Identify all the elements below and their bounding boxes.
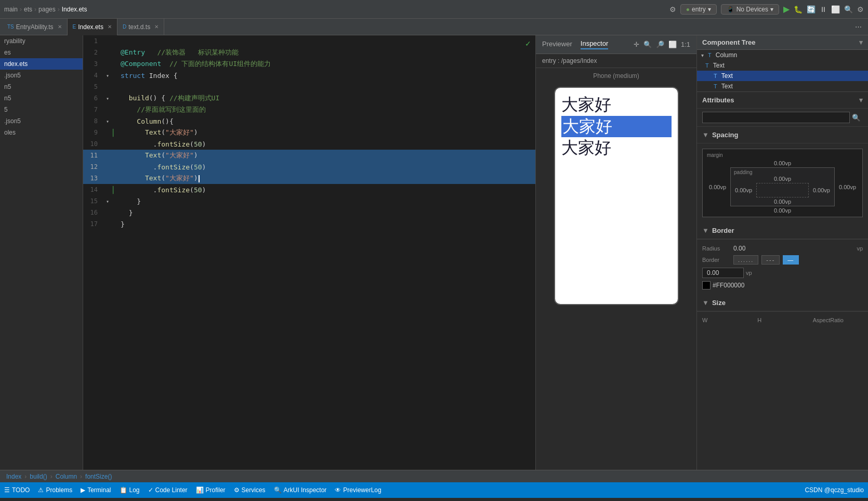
size-section: W H AspectRatio [697,311,868,331]
layout-button[interactable]: ⬜ [831,5,840,14]
search-global-button[interactable]: 🔍 [844,5,853,14]
status-problems[interactable]: ⚠ Problems [38,486,72,494]
debug-button[interactable]: 🐛 [794,5,803,14]
line-17: 17 } [83,218,535,230]
margin-left-value: 0.00vp [705,184,730,190]
sidebar-item-oles[interactable]: oles [0,127,83,138]
status-right-info: CSDN @qczg_studio [805,486,864,494]
tab-icon-ts: TS [7,24,14,30]
sidebar-item-es[interactable]: es [0,47,83,58]
spacing-section-header[interactable]: ▼ Spacing [697,127,868,143]
margin-label: margin [705,151,860,159]
status-codelinter[interactable]: ✓ Code Linter [148,486,188,494]
breadcrumb-file[interactable]: Index.ets [62,6,87,13]
tree-item-text3[interactable]: T Text [697,81,868,91]
border-style-dashed[interactable]: --- [761,255,780,265]
line-10: 10 .fontSize(50) [83,138,535,150]
tab-close-textd[interactable]: ✕ [154,24,159,30]
status-services[interactable]: ⚙ Services [234,486,266,494]
line-16: 16 } [83,207,535,218]
line-4: 4 ▾ struct Index { [83,70,535,81]
arkui-label: ArkUI Inspector [284,486,327,494]
tree-icon-text1: T [705,62,709,69]
tree-label-text2: Text [721,72,733,80]
tab-close-entryability[interactable]: ✕ [58,24,62,30]
status-log[interactable]: 📋 Log [120,486,140,494]
border-section-header[interactable]: ▼ Border [697,222,868,239]
border-color-row: #FF000000 [702,281,863,289]
size-section-header[interactable]: ▼ Size [697,295,868,311]
breadcrumb-main[interactable]: main [4,6,18,13]
border-value-row: vp [702,268,863,278]
breadcrumb-column[interactable]: Column [56,473,77,480]
sidebar-item-n5-2[interactable]: n5 [0,93,83,104]
border-style-dotted[interactable]: ...... [733,255,758,265]
tree-item-text1[interactable]: T Text [697,60,868,71]
tree-item-text2[interactable]: T Text [697,71,868,81]
problems-icon: ⚠ [38,486,44,494]
status-arkui[interactable]: 🔍 ArkUI Inspector [274,486,327,494]
previewer-crosshair[interactable]: ✛ [634,41,639,48]
previewer-zoom-out[interactable]: 🔍 [643,41,652,48]
previewer-zoom-in[interactable]: 🔎 [656,41,664,48]
attributes-header[interactable]: Attributes ▾ [697,92,868,109]
status-previewerlog[interactable]: 👁 PreviewerLog [335,486,381,494]
attribute-search-button[interactable]: 🔍 [850,114,863,122]
line-11: 11 Text("大家好") [83,150,535,161]
status-terminal[interactable]: ▶ Terminal [81,486,111,494]
run-button[interactable]: ▶ [783,4,790,14]
status-profiler[interactable]: 📊 Profiler [196,486,226,494]
border-color-swatch[interactable] [702,281,711,289]
breadcrumb-index[interactable]: Index [6,473,21,480]
services-icon: ⚙ [234,486,240,494]
tab-indexets[interactable]: E Index.ets ✕ [68,19,117,35]
tree-item-column[interactable]: ▾ T Column [697,50,868,60]
tab-previewer[interactable]: Previewer [542,40,572,49]
border-style-solid[interactable]: — [783,255,799,265]
sidebar-item-5[interactable]: 5 [0,104,83,115]
status-todo[interactable]: ☰ TODO [4,486,30,494]
tab-close-indexets[interactable]: ✕ [108,24,112,30]
entry-button[interactable]: ● entry ▾ [680,4,717,15]
border-style-row: Border ...... --- — [702,255,863,265]
tree-expand-icon[interactable]: ▾ [859,38,863,46]
tab-entryability[interactable]: TS EntryAbility.ts ✕ [2,19,68,35]
tab-textd[interactable]: D text.d.ts ✕ [117,19,164,35]
size-h-col: H [757,317,807,325]
line-2: 2 @Entry //装饰器 标识某种功能 [83,47,535,58]
profiler-icon: 📊 [196,486,204,494]
breadcrumb-fontsize[interactable]: fontSize() [85,473,112,480]
previewer-fit[interactable]: ⬜ [668,41,677,48]
attribute-search-input[interactable] [702,112,850,123]
sidebar-item-json5-2[interactable]: .json5 [0,115,83,127]
log-label: Log [129,486,140,494]
settings-global-button[interactable]: ⚙ [857,5,864,14]
breadcrumb-ets[interactable]: ets [24,6,32,13]
breadcrumb-build[interactable]: build() [30,473,47,480]
sidebar-item-ryability[interactable]: ryability [0,35,83,47]
line-15: 15 ▾ } [83,195,535,207]
right-panel: Component Tree ▾ ▾ T Column T Text T Tex… [696,35,868,470]
entry-label: entry [692,6,706,13]
sync-button[interactable]: 🔄 [807,5,816,14]
border-collapse-icon: ▼ [702,227,709,234]
size-w-col: W [702,317,752,325]
sidebar-item-json5-1[interactable]: .json5 [0,70,83,81]
check-valid-icon: ✓ [525,39,531,48]
breadcrumb-pages[interactable]: pages [38,6,56,13]
tab-inspector[interactable]: Inspector [581,39,608,49]
border-value-input[interactable] [702,268,744,278]
stop-button[interactable]: ⏸ [820,5,827,14]
editor-area[interactable]: 1 2 @Entry //装饰器 标识某种功能 3 @Component // … [83,35,535,470]
no-devices-button[interactable]: 📱 No Devices ▾ [721,4,779,15]
tab-more-button[interactable]: ⋯ [851,23,866,31]
services-label: Services [242,486,266,494]
padding-middle-row: 0.00vp 0.00vp [732,182,833,199]
sidebar-item-indexets[interactable]: ndex.ets [0,58,83,70]
settings-icon[interactable]: ⚙ [669,5,676,14]
border-style-buttons: ...... --- — [733,255,799,265]
entry-dropdown-icon: ▾ [708,6,711,13]
sidebar-item-n5-1[interactable]: n5 [0,81,83,93]
tab-icon-dts: D [123,24,126,30]
previewer-header: Previewer Inspector ✛ 🔍 🔎 ⬜ 1:1 [536,35,696,54]
